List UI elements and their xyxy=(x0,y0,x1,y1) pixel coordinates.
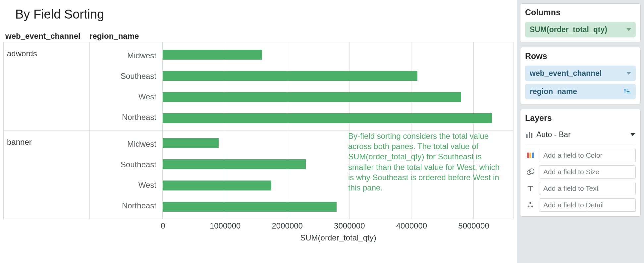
x-tick: 0 xyxy=(161,221,165,231)
chart-area: By Field Sorting web_event_channel regio… xyxy=(0,0,517,263)
svg-rect-5 xyxy=(532,153,534,158)
bar[interactable] xyxy=(163,181,271,190)
region-label: West xyxy=(90,181,162,190)
chevron-down-icon xyxy=(626,72,631,75)
pill-label: web_event_channel xyxy=(530,69,602,78)
x-tick: 4000000 xyxy=(396,221,427,231)
size-icon xyxy=(525,167,536,177)
column-headers: web_event_channel region_name xyxy=(3,31,513,41)
pill-web-event-channel[interactable]: web_event_channel xyxy=(525,66,636,81)
size-field-row xyxy=(525,165,636,179)
pill-region-name[interactable]: region_name xyxy=(525,84,636,99)
region-label: Southeast xyxy=(90,72,162,81)
bar[interactable] xyxy=(163,159,306,169)
header-region: region_name xyxy=(89,31,162,41)
svg-rect-1 xyxy=(529,132,530,137)
text-field-input[interactable] xyxy=(539,182,636,195)
detail-icon xyxy=(525,200,536,210)
region-label: Midwest xyxy=(90,51,162,60)
rows-panel: Rows web_event_channel region_name xyxy=(520,47,641,104)
columns-panel-title: Columns xyxy=(525,8,636,17)
pill-sum-order-total-qty[interactable]: SUM(order_total_qty) xyxy=(525,22,636,37)
channel-cell: banner xyxy=(4,131,90,219)
bar[interactable] xyxy=(163,50,262,60)
bar-cell: By-field sorting considers the total val… xyxy=(163,131,513,219)
svg-point-8 xyxy=(529,202,531,204)
x-tick: 1000000 xyxy=(210,221,241,231)
bar[interactable] xyxy=(163,92,461,102)
region-label: Northeast xyxy=(90,113,162,122)
svg-point-10 xyxy=(531,206,533,208)
pane-row: bannerMidwestSoutheastWestNortheastBy-fi… xyxy=(4,131,513,219)
x-tick: 3000000 xyxy=(334,221,365,231)
x-tick: 2000000 xyxy=(272,221,303,231)
layers-panel-title: Layers xyxy=(525,113,636,123)
color-icon xyxy=(525,150,536,161)
channel-cell: adwords xyxy=(4,42,90,131)
bar[interactable] xyxy=(163,113,492,123)
text-field-row xyxy=(525,182,636,195)
bar[interactable] xyxy=(163,71,417,81)
region-cell: MidwestSoutheastWestNortheast xyxy=(90,42,163,131)
color-field-row xyxy=(525,149,636,162)
svg-rect-4 xyxy=(529,153,531,158)
chart-grid: adwordsMidwestSoutheastWestNortheastbann… xyxy=(3,42,513,219)
pill-label: region_name xyxy=(530,87,577,96)
svg-point-9 xyxy=(528,206,530,208)
pane-row: adwordsMidwestSoutheastWestNortheast xyxy=(4,42,513,131)
region-cell: MidwestSoutheastWestNortheast xyxy=(90,131,163,219)
region-label: Midwest xyxy=(90,139,162,149)
layers-panel: Layers Auto - Bar xyxy=(520,109,641,217)
columns-panel: Columns SUM(order_total_qty) xyxy=(520,3,641,42)
x-axis-ticks: 010000002000000300000040000005000000 xyxy=(163,221,513,231)
detail-field-row xyxy=(525,198,636,212)
bar-chart-icon xyxy=(526,131,533,138)
svg-rect-3 xyxy=(527,153,529,158)
text-icon xyxy=(525,183,536,194)
layer-mode-label: Auto - Bar xyxy=(536,130,571,139)
color-field-input[interactable] xyxy=(539,149,636,162)
pill-label: SUM(order_total_qty) xyxy=(530,25,607,34)
layer-mode-select[interactable]: Auto - Bar xyxy=(525,128,636,144)
config-sidebar: Columns SUM(order_total_qty) Rows web_ev… xyxy=(517,0,644,263)
bar[interactable] xyxy=(163,138,219,148)
x-tick: 5000000 xyxy=(458,221,489,231)
detail-field-input[interactable] xyxy=(539,198,636,212)
svg-rect-2 xyxy=(531,133,533,138)
bar-cell xyxy=(163,42,513,131)
page-title: By Field Sorting xyxy=(15,7,513,22)
region-label: West xyxy=(90,92,162,101)
svg-point-7 xyxy=(529,169,534,174)
rows-panel-title: Rows xyxy=(525,51,636,61)
region-label: Southeast xyxy=(90,160,162,169)
sort-ascending-icon xyxy=(624,88,631,95)
chevron-down-icon xyxy=(630,133,635,136)
chevron-down-icon xyxy=(626,28,631,31)
svg-rect-0 xyxy=(526,134,528,138)
header-channel: web_event_channel xyxy=(3,31,89,41)
chart-annotation: By-field sorting considers the total val… xyxy=(348,131,507,193)
size-field-input[interactable] xyxy=(539,165,636,179)
x-axis-label: SUM(order_total_qty) xyxy=(3,233,513,242)
bar[interactable] xyxy=(163,202,337,212)
region-label: Northeast xyxy=(90,201,162,210)
